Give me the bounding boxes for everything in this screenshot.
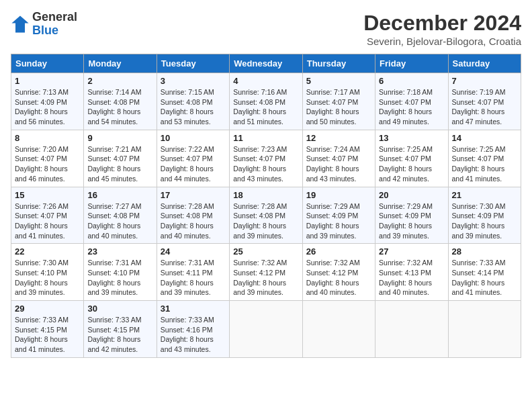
weekday-header-cell: Saturday bbox=[448, 54, 521, 73]
calendar-day-cell bbox=[375, 301, 448, 358]
day-number: 31 bbox=[161, 304, 226, 314]
day-number: 14 bbox=[452, 133, 517, 143]
calendar-day-cell: 6Sunrise: 7:18 AMSunset: 4:07 PMDaylight… bbox=[375, 73, 448, 130]
day-number: 3 bbox=[161, 76, 226, 86]
calendar-day-cell: 10Sunrise: 7:22 AMSunset: 4:07 PMDayligh… bbox=[157, 130, 229, 187]
day-number: 8 bbox=[15, 133, 80, 143]
weekday-header-cell: Wednesday bbox=[230, 54, 302, 73]
calendar-day-cell: 11Sunrise: 7:23 AMSunset: 4:07 PMDayligh… bbox=[230, 130, 302, 187]
calendar-day-cell: 17Sunrise: 7:28 AMSunset: 4:08 PMDayligh… bbox=[157, 187, 229, 244]
day-info: Sunrise: 7:30 AMSunset: 4:10 PMDaylight:… bbox=[15, 258, 80, 298]
day-number: 25 bbox=[233, 246, 298, 257]
day-info: Sunrise: 7:31 AMSunset: 4:10 PMDaylight:… bbox=[87, 258, 152, 298]
calendar-table: SundayMondayTuesdayWednesdayThursdayFrid… bbox=[11, 54, 521, 358]
day-number: 26 bbox=[306, 246, 371, 257]
day-number: 28 bbox=[452, 246, 517, 257]
day-number: 6 bbox=[379, 76, 444, 86]
logo-blue-text: Blue bbox=[32, 24, 77, 38]
day-info: Sunrise: 7:21 AMSunset: 4:07 PMDaylight:… bbox=[87, 144, 152, 184]
day-number: 2 bbox=[87, 76, 152, 86]
day-info: Sunrise: 7:27 AMSunset: 4:08 PMDaylight:… bbox=[87, 201, 152, 241]
calendar-day-cell bbox=[448, 301, 521, 358]
day-info: Sunrise: 7:28 AMSunset: 4:08 PMDaylight:… bbox=[161, 201, 226, 241]
day-info: Sunrise: 7:17 AMSunset: 4:07 PMDaylight:… bbox=[306, 87, 371, 127]
day-number: 16 bbox=[87, 190, 152, 200]
calendar-day-cell: 23Sunrise: 7:31 AMSunset: 4:10 PMDayligh… bbox=[84, 244, 157, 301]
calendar-day-cell: 13Sunrise: 7:25 AMSunset: 4:07 PMDayligh… bbox=[375, 130, 448, 187]
day-info: Sunrise: 7:26 AMSunset: 4:07 PMDaylight:… bbox=[15, 201, 80, 241]
calendar-week-row: 22Sunrise: 7:30 AMSunset: 4:10 PMDayligh… bbox=[11, 244, 521, 301]
title-block: December 2024 Severin, Bjelovar-Bilogora… bbox=[363, 11, 521, 47]
calendar-week-row: 29Sunrise: 7:33 AMSunset: 4:15 PMDayligh… bbox=[11, 301, 521, 358]
day-info: Sunrise: 7:25 AMSunset: 4:07 PMDaylight:… bbox=[379, 144, 444, 184]
svg-marker-0 bbox=[11, 15, 28, 32]
calendar-day-cell: 12Sunrise: 7:24 AMSunset: 4:07 PMDayligh… bbox=[302, 130, 375, 187]
page-header: General Blue December 2024 Severin, Bjel… bbox=[11, 11, 521, 47]
calendar-day-cell: 2Sunrise: 7:14 AMSunset: 4:08 PMDaylight… bbox=[84, 73, 157, 130]
calendar-day-cell: 5Sunrise: 7:17 AMSunset: 4:07 PMDaylight… bbox=[302, 73, 375, 130]
calendar-day-cell: 8Sunrise: 7:20 AMSunset: 4:07 PMDaylight… bbox=[11, 130, 84, 187]
location-title: Severin, Bjelovar-Bilogora, Croatia bbox=[363, 36, 521, 47]
day-number: 15 bbox=[15, 190, 80, 200]
weekday-header-cell: Friday bbox=[375, 54, 448, 73]
day-number: 30 bbox=[87, 304, 152, 314]
day-number: 29 bbox=[15, 304, 80, 314]
day-number: 4 bbox=[233, 76, 298, 86]
calendar-day-cell: 4Sunrise: 7:16 AMSunset: 4:08 PMDaylight… bbox=[230, 73, 302, 130]
day-number: 18 bbox=[233, 190, 298, 200]
calendar-day-cell: 20Sunrise: 7:29 AMSunset: 4:09 PMDayligh… bbox=[375, 187, 448, 244]
day-number: 19 bbox=[306, 190, 371, 200]
day-info: Sunrise: 7:28 AMSunset: 4:08 PMDaylight:… bbox=[233, 201, 298, 241]
day-info: Sunrise: 7:23 AMSunset: 4:07 PMDaylight:… bbox=[233, 144, 298, 184]
day-number: 17 bbox=[161, 190, 226, 200]
calendar-day-cell bbox=[230, 301, 302, 358]
calendar-day-cell: 31Sunrise: 7:33 AMSunset: 4:16 PMDayligh… bbox=[157, 301, 229, 358]
weekday-header-cell: Tuesday bbox=[157, 54, 229, 73]
day-info: Sunrise: 7:13 AMSunset: 4:09 PMDaylight:… bbox=[15, 87, 80, 127]
calendar-week-row: 1Sunrise: 7:13 AMSunset: 4:09 PMDaylight… bbox=[11, 73, 521, 130]
calendar-day-cell: 14Sunrise: 7:25 AMSunset: 4:07 PMDayligh… bbox=[448, 130, 521, 187]
weekday-header-row: SundayMondayTuesdayWednesdayThursdayFrid… bbox=[11, 54, 521, 73]
day-number: 1 bbox=[15, 76, 80, 86]
calendar-week-row: 15Sunrise: 7:26 AMSunset: 4:07 PMDayligh… bbox=[11, 187, 521, 244]
day-info: Sunrise: 7:32 AMSunset: 4:12 PMDaylight:… bbox=[306, 258, 371, 298]
day-info: Sunrise: 7:25 AMSunset: 4:07 PMDaylight:… bbox=[452, 144, 517, 184]
day-number: 27 bbox=[379, 246, 444, 257]
calendar-body: 1Sunrise: 7:13 AMSunset: 4:09 PMDaylight… bbox=[11, 73, 521, 358]
day-info: Sunrise: 7:20 AMSunset: 4:07 PMDaylight:… bbox=[15, 144, 80, 184]
day-info: Sunrise: 7:24 AMSunset: 4:07 PMDaylight:… bbox=[306, 144, 371, 184]
weekday-header-cell: Sunday bbox=[11, 54, 84, 73]
day-info: Sunrise: 7:19 AMSunset: 4:07 PMDaylight:… bbox=[452, 87, 517, 127]
day-number: 24 bbox=[161, 246, 226, 257]
day-info: Sunrise: 7:29 AMSunset: 4:09 PMDaylight:… bbox=[379, 201, 444, 241]
weekday-header-cell: Thursday bbox=[302, 54, 375, 73]
day-number: 10 bbox=[161, 133, 226, 143]
calendar-day-cell: 18Sunrise: 7:28 AMSunset: 4:08 PMDayligh… bbox=[230, 187, 302, 244]
calendar-day-cell: 9Sunrise: 7:21 AMSunset: 4:07 PMDaylight… bbox=[84, 130, 157, 187]
day-number: 22 bbox=[15, 246, 80, 257]
day-info: Sunrise: 7:33 AMSunset: 4:15 PMDaylight:… bbox=[15, 315, 80, 355]
calendar-day-cell: 21Sunrise: 7:30 AMSunset: 4:09 PMDayligh… bbox=[448, 187, 521, 244]
day-number: 11 bbox=[233, 133, 298, 143]
calendar-day-cell bbox=[302, 301, 375, 358]
day-number: 9 bbox=[87, 133, 152, 143]
calendar-day-cell: 29Sunrise: 7:33 AMSunset: 4:15 PMDayligh… bbox=[11, 301, 84, 358]
logo: General Blue bbox=[11, 11, 77, 38]
day-number: 12 bbox=[306, 133, 371, 143]
calendar-day-cell: 25Sunrise: 7:32 AMSunset: 4:12 PMDayligh… bbox=[230, 244, 302, 301]
calendar-day-cell: 22Sunrise: 7:30 AMSunset: 4:10 PMDayligh… bbox=[11, 244, 84, 301]
day-number: 5 bbox=[306, 76, 371, 86]
day-info: Sunrise: 7:30 AMSunset: 4:09 PMDaylight:… bbox=[452, 201, 517, 241]
day-info: Sunrise: 7:33 AMSunset: 4:16 PMDaylight:… bbox=[161, 315, 226, 355]
day-number: 13 bbox=[379, 133, 444, 143]
day-info: Sunrise: 7:29 AMSunset: 4:09 PMDaylight:… bbox=[306, 201, 371, 241]
day-info: Sunrise: 7:22 AMSunset: 4:07 PMDaylight:… bbox=[161, 144, 226, 184]
calendar-day-cell: 28Sunrise: 7:33 AMSunset: 4:14 PMDayligh… bbox=[448, 244, 521, 301]
day-number: 20 bbox=[379, 190, 444, 200]
logo-general-text: General bbox=[32, 11, 77, 24]
calendar-day-cell: 27Sunrise: 7:32 AMSunset: 4:13 PMDayligh… bbox=[375, 244, 448, 301]
day-number: 7 bbox=[452, 76, 517, 86]
day-number: 21 bbox=[452, 190, 517, 200]
day-info: Sunrise: 7:16 AMSunset: 4:08 PMDaylight:… bbox=[233, 87, 298, 127]
day-info: Sunrise: 7:18 AMSunset: 4:07 PMDaylight:… bbox=[379, 87, 444, 127]
